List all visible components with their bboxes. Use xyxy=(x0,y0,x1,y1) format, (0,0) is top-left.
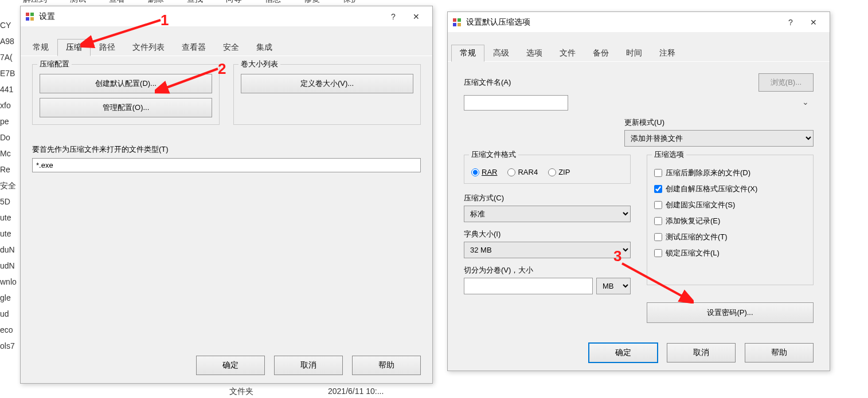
tab-integration[interactable]: 集成 xyxy=(248,39,281,56)
create-default-profile-button[interactable]: 创建默认配置(D)... xyxy=(40,74,212,93)
settings-dialog: 设置 ? ✕ 常规 压缩 路径 文件列表 查看器 安全 集成 压缩配置 创建默认… xyxy=(20,6,433,384)
split-unit-select[interactable]: MB xyxy=(596,278,631,294)
archive-format-group: 压缩文件格式 RAR RAR4 ZIP xyxy=(464,155,631,184)
svg-rect-5 xyxy=(458,18,461,22)
filetype-input[interactable] xyxy=(32,158,421,172)
dialog-title: 设置 xyxy=(39,11,382,22)
recovery-check[interactable]: 添加恢复记录(E) xyxy=(654,216,806,226)
titlebar: 设置 ? ✕ xyxy=(21,6,432,26)
format-rar4-radio[interactable]: RAR4 xyxy=(507,168,538,176)
bg-toolbar: 解压到测试查看删除查找向导信息修复保护 xyxy=(0,0,868,6)
test-check[interactable]: 测试压缩的文件(T) xyxy=(654,232,806,242)
dict-size-select[interactable]: 32 MB xyxy=(464,242,631,258)
cancel-button[interactable]: 取消 xyxy=(274,356,343,375)
delete-after-check[interactable]: 压缩后删除原来的文件(D) xyxy=(654,168,806,178)
dialog-title: 设置默认压缩选项 xyxy=(466,17,779,27)
close-button[interactable]: ✕ xyxy=(405,8,428,25)
tab-content: 压缩配置 创建默认配置(D)... 管理配置(O)... 卷大小列表 定义卷大小… xyxy=(21,56,432,180)
dict-size-label: 字典大小(I) xyxy=(464,229,631,239)
svg-rect-3 xyxy=(30,17,34,21)
compress-options-group: 压缩选项 压缩后删除原来的文件(D) 创建自解压格式压缩文件(X) 创建固实压缩… xyxy=(647,155,814,285)
compress-method-select[interactable]: 标准 xyxy=(464,206,631,222)
tab-comment[interactable]: 注释 xyxy=(651,45,684,61)
sfx-check[interactable]: 创建自解压格式压缩文件(X) xyxy=(654,184,806,194)
group-title: 卷大小列表 xyxy=(238,59,280,69)
tab-content: 压缩文件名(A) 浏览(B)... 更新模式(U) 添加并替换文件 压缩文件格式… xyxy=(448,62,830,334)
archive-name-input[interactable] xyxy=(464,95,568,111)
svg-rect-4 xyxy=(453,18,456,22)
cancel-button[interactable]: 取消 xyxy=(667,343,736,362)
tab-filelist[interactable]: 文件列表 xyxy=(124,39,173,56)
dialog-buttons: 确定 取消 帮助 xyxy=(196,356,421,375)
group-title: 压缩文件格式 xyxy=(469,149,518,160)
tabs: 常规 高级 选项 文件 备份 时间 注释 xyxy=(448,32,830,62)
help-button[interactable]: 帮助 xyxy=(352,356,421,375)
default-compression-dialog: 设置默认压缩选项 ? ✕ 常规 高级 选项 文件 备份 时间 注释 压缩文件名(… xyxy=(447,11,830,371)
format-rar-radio[interactable]: RAR xyxy=(471,168,497,176)
tab-general[interactable]: 常规 xyxy=(451,45,484,62)
bg-statusbar: 文件夹2021/6/11 10:... xyxy=(229,387,384,397)
bg-filelist: CYA987A(E7B441xfopeDoMcRe安全5DuteuteduNud… xyxy=(0,17,20,354)
group-title: 压缩选项 xyxy=(652,149,686,160)
tab-security[interactable]: 安全 xyxy=(214,39,248,56)
close-button[interactable]: ✕ xyxy=(802,14,825,31)
tab-path[interactable]: 路径 xyxy=(91,39,124,56)
svg-rect-0 xyxy=(26,13,29,16)
tab-advanced[interactable]: 高级 xyxy=(484,45,518,61)
winrar-icon xyxy=(25,12,34,21)
update-mode-label: 更新模式(U) xyxy=(624,117,814,128)
split-volume-label: 切分为分卷(V)，大小 xyxy=(464,265,631,275)
svg-rect-2 xyxy=(26,17,29,21)
tab-general[interactable]: 常规 xyxy=(24,39,57,56)
tab-viewer[interactable]: 查看器 xyxy=(173,39,214,56)
titlebar: 设置默认压缩选项 ? ✕ xyxy=(448,12,830,32)
set-password-button[interactable]: 设置密码(P)... xyxy=(647,302,814,323)
split-size-input[interactable] xyxy=(464,278,593,294)
svg-rect-7 xyxy=(458,23,461,26)
solid-check[interactable]: 创建固实压缩文件(S) xyxy=(654,200,806,210)
ok-button[interactable]: 确定 xyxy=(589,343,658,362)
tab-backup[interactable]: 备份 xyxy=(584,45,617,61)
lock-check[interactable]: 锁定压缩文件(L) xyxy=(654,248,806,258)
help-button[interactable]: 帮助 xyxy=(745,343,814,362)
tab-files[interactable]: 文件 xyxy=(551,45,584,61)
winrar-icon xyxy=(452,18,462,27)
browse-button[interactable]: 浏览(B)... xyxy=(758,73,814,92)
define-volume-button[interactable]: 定义卷大小(V)... xyxy=(241,74,413,93)
manage-profile-button[interactable]: 管理配置(O)... xyxy=(40,98,212,117)
tabs: 常规 压缩 路径 文件列表 查看器 安全 集成 xyxy=(21,26,432,56)
compress-method-label: 压缩方式(C) xyxy=(464,193,631,203)
dialog-buttons: 确定 取消 帮助 xyxy=(589,343,814,362)
help-button[interactable]: ? xyxy=(382,8,405,25)
profile-group: 压缩配置 创建默认配置(D)... 管理配置(O)... xyxy=(32,64,220,125)
volume-group: 卷大小列表 定义卷大小(V)... xyxy=(233,64,421,125)
tab-time[interactable]: 时间 xyxy=(617,45,651,61)
tab-compression[interactable]: 压缩 xyxy=(57,39,91,56)
archive-name-label: 压缩文件名(A) xyxy=(464,77,754,88)
svg-rect-6 xyxy=(453,23,456,26)
filetype-label: 要首先作为压缩文件来打开的文件类型(T) xyxy=(32,144,421,155)
help-button[interactable]: ? xyxy=(779,14,802,31)
svg-rect-1 xyxy=(30,13,34,16)
tab-options[interactable]: 选项 xyxy=(518,45,551,61)
update-mode-select[interactable]: 添加并替换文件 xyxy=(624,130,814,147)
format-zip-radio[interactable]: ZIP xyxy=(548,168,570,176)
ok-button[interactable]: 确定 xyxy=(196,356,265,375)
group-title: 压缩配置 xyxy=(37,59,72,69)
